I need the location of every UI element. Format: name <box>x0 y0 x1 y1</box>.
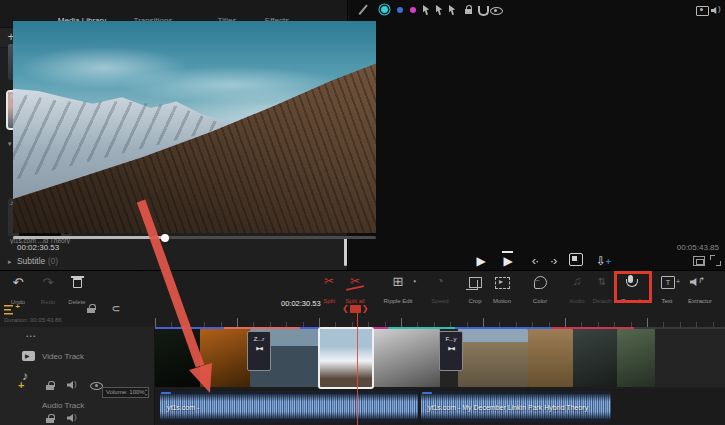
transition-label: Z...r <box>248 336 270 342</box>
duration-label: Duration: 00:05:43.86 <box>4 317 62 323</box>
seek-fill <box>13 236 165 239</box>
transition-badge[interactable]: Z...r ▶◀ <box>247 331 271 371</box>
tool-icon <box>340 274 370 289</box>
transport-button[interactable] <box>566 251 584 268</box>
playhead-handle[interactable]: ❮❯ <box>342 304 368 313</box>
fullscreen-icon[interactable] <box>710 255 721 266</box>
tab-icon <box>221 3 233 15</box>
audio-track-label: Audio Track <box>42 401 84 410</box>
subtitle-header-label: Subtitle <box>17 256 45 266</box>
volume-icon <box>710 4 723 16</box>
mini-window-icon[interactable] <box>693 256 705 266</box>
video-editor-app: Media Library Transitions Titles Effects… <box>0 0 725 425</box>
video-track: Z...r ▶◀ F...y ▶◀ <box>155 329 725 387</box>
subtitle-section-header[interactable]: ▸ Subtitle (0) <box>8 256 58 266</box>
preview-panel <box>349 0 725 270</box>
transport-button[interactable] <box>526 251 544 268</box>
video-clip[interactable] <box>617 329 655 387</box>
tool-icon <box>681 274 719 289</box>
add-track-button[interactable] <box>4 304 18 315</box>
audio-clip[interactable]: yt1s.com - <box>160 391 418 422</box>
transport-icon <box>567 251 583 267</box>
playhead-line[interactable] <box>357 311 358 425</box>
preview-tool-icon <box>475 4 488 16</box>
lock-icon[interactable] <box>85 303 97 315</box>
preview-tool-icon <box>379 4 392 16</box>
transport-button[interactable] <box>592 251 610 268</box>
preview-tool-button[interactable] <box>475 4 488 16</box>
preview-seek-bar[interactable] <box>13 236 376 239</box>
preview-tool-button[interactable] <box>357 4 370 16</box>
video-clip[interactable] <box>372 329 440 387</box>
camera-icon <box>695 4 708 16</box>
collapse-arrow-icon: ▾ <box>8 140 12 147</box>
preview-tool-button[interactable] <box>394 4 407 16</box>
transport-icon <box>500 251 516 267</box>
video-visibility-icon[interactable] <box>90 379 102 391</box>
history-icon: ↷ <box>33 275 63 290</box>
audio-lock-icon[interactable] <box>44 412 56 424</box>
preview-tool-button[interactable] <box>434 4 447 16</box>
transition-icon: ▶◀ <box>440 345 462 351</box>
transition-icon: ▶◀ <box>248 345 270 351</box>
video-clip[interactable] <box>155 329 200 387</box>
audio-clip[interactable]: yt1s.com - My December Linkin Park Hybri… <box>421 391 611 422</box>
tool-icon <box>425 274 455 289</box>
timeline-ruler[interactable] <box>155 309 725 327</box>
video-lock-icon[interactable] <box>44 379 56 391</box>
track-headers: ... Video Track + ♪ Audio Track <box>0 327 155 425</box>
transport-button[interactable] <box>499 251 517 268</box>
video-clip[interactable] <box>573 329 617 387</box>
subtitle-count: (0) <box>48 256 58 266</box>
track-area: ... Video Track + ♪ Audio Track Volume: … <box>0 327 725 425</box>
transport-icon <box>593 251 609 267</box>
preview-tool-icon <box>434 4 447 16</box>
tab-icon <box>147 3 159 15</box>
audio-track: yt1s.com - yt1s.com - My December Linkin… <box>155 389 725 424</box>
track-options-menu[interactable]: ... <box>26 329 37 339</box>
tool-icon <box>487 274 517 289</box>
snapshot-camera-button[interactable] <box>695 4 708 16</box>
preview-tool-icon <box>421 4 434 16</box>
history-icon <box>62 275 92 290</box>
transition-badge[interactable]: F...y ▶◀ <box>439 331 463 371</box>
transport-button[interactable] <box>472 251 490 268</box>
scrollbar-thumb[interactable] <box>344 236 347 266</box>
video-clip[interactable] <box>320 329 372 387</box>
tool-icon <box>587 274 617 289</box>
audio-clip-label: yt1s.com - <box>167 404 199 411</box>
audio-clip-label: yt1s.com - My December Linkin Park Hybri… <box>428 404 588 411</box>
preview-tool-icon <box>489 4 502 16</box>
preview-tool-button[interactable] <box>447 4 460 16</box>
video-mute-icon[interactable] <box>66 379 78 391</box>
preview-tool-button[interactable] <box>379 4 392 16</box>
volume-control[interactable]: Volume: 100% ▴▾ <box>102 387 149 398</box>
video-clip[interactable] <box>528 329 573 387</box>
transport-icon <box>527 251 543 267</box>
audio-mute-icon[interactable] <box>66 412 78 424</box>
preview-volume-button[interactable] <box>710 4 723 16</box>
preview-tool-button[interactable] <box>407 4 420 16</box>
tool-icon <box>379 274 417 289</box>
transport-icon <box>545 251 561 267</box>
video-clip[interactable] <box>200 329 250 387</box>
tool-icon <box>652 274 682 289</box>
loop-icon[interactable]: ⊂ <box>110 303 122 315</box>
current-timecode: 00:02:30.53 <box>17 243 59 252</box>
video-clip[interactable] <box>458 329 528 387</box>
video-track-icon <box>22 351 35 361</box>
timeline-panel: ↶ Undo ↷ Redo Delete Split Split all <box>0 270 725 425</box>
transport-icon <box>473 251 489 267</box>
tool-icon <box>525 274 555 289</box>
seek-handle[interactable] <box>161 234 169 242</box>
preview-tool-button[interactable] <box>489 4 502 16</box>
expand-arrow-icon: ▸ <box>8 258 12 265</box>
video-track-label: Video Track <box>42 352 84 361</box>
trash-icon <box>73 278 82 288</box>
video-preview[interactable] <box>13 21 376 233</box>
preview-tool-button[interactable] <box>421 4 434 16</box>
transition-label: F...y <box>440 336 462 342</box>
transport-button[interactable] <box>544 251 562 268</box>
volume-spinner[interactable]: ▴▾ <box>145 388 147 397</box>
preview-tool-button[interactable] <box>462 4 475 16</box>
